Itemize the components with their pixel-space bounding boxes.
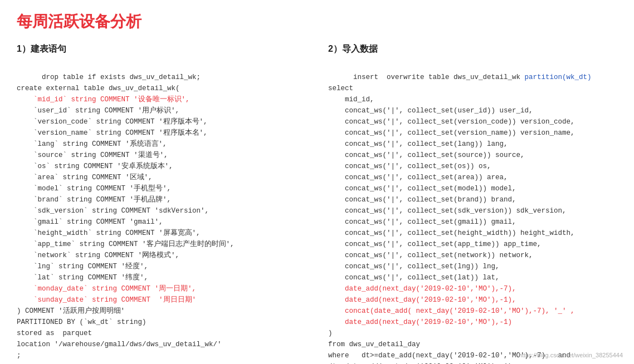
page-title: 每周活跃设备分析 [17,11,617,32]
left-section: 1）建表语句 drop table if exists dws_uv_detai… [17,43,306,364]
left-code-part-2: `user_id` string COMMENT '用户标识', `versio… [17,107,235,293]
left-code-red-1: `mid_id` string COMMENT '设备唯一标识', [33,96,190,104]
right-code-part-2: select mid_id, concat_ws('|', collect_se… [328,85,575,293]
watermark: https://blog.csdn.net/weixin_38255444 [519,352,623,358]
left-heading: 1）建表语句 [17,43,306,55]
right-code-part-1: insert overwrite table dws_uv_detail_wk [353,73,525,81]
left-code-part-3: ) COMMENT '活跃用户按周明细' PARTITIONED BY (`wk… [17,307,222,360]
right-code: insert overwrite table dws_uv_detail_wk … [328,61,617,364]
right-code-blue-1: partition(wk_dt) [525,73,592,81]
right-code-part-3: ) from dws_uv_detail_day where dt>=date_… [328,329,570,364]
left-code-red-2: `monday_date` string COMMENT '周一日期', `su… [17,285,196,304]
right-heading: 2）导入数据 [328,43,617,55]
right-section: 2）导入数据 insert overwrite table dws_uv_det… [328,43,617,364]
left-code: drop table if exists dws_uv_detail_wk; c… [17,61,306,364]
right-code-red-1: date_add(next_day('2019-02-10','MO'),-7)… [328,285,575,326]
